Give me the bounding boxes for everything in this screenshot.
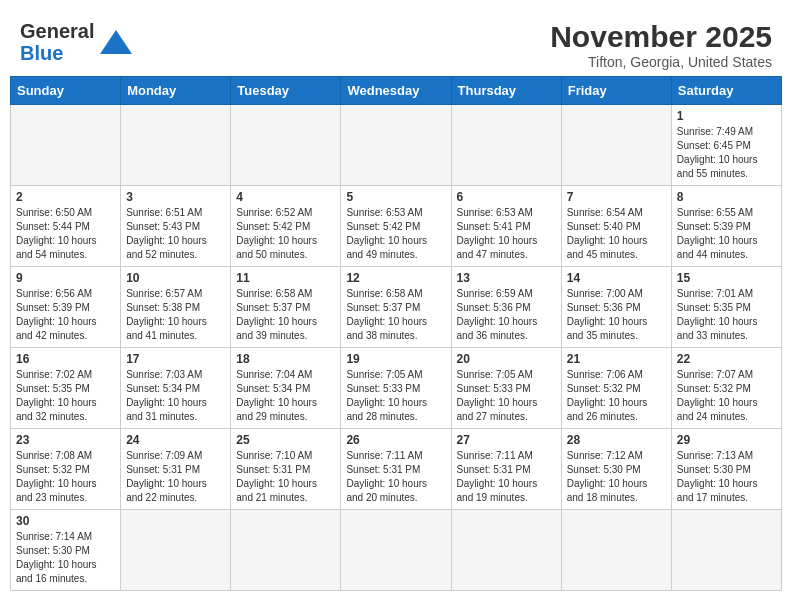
calendar-day-cell: 17Sunrise: 7:03 AM Sunset: 5:34 PM Dayli…: [121, 348, 231, 429]
day-number: 23: [16, 433, 115, 447]
day-info: Sunrise: 6:58 AM Sunset: 5:37 PM Dayligh…: [346, 287, 445, 343]
day-number: 12: [346, 271, 445, 285]
calendar-title-area: November 2025 Tifton, Georgia, United St…: [550, 20, 772, 70]
day-number: 29: [677, 433, 776, 447]
calendar-day-cell: [561, 105, 671, 186]
day-info: Sunrise: 6:57 AM Sunset: 5:38 PM Dayligh…: [126, 287, 225, 343]
day-number: 20: [457, 352, 556, 366]
calendar-day-cell: [451, 510, 561, 591]
day-number: 8: [677, 190, 776, 204]
day-info: Sunrise: 7:09 AM Sunset: 5:31 PM Dayligh…: [126, 449, 225, 505]
calendar-day-cell: 19Sunrise: 7:05 AM Sunset: 5:33 PM Dayli…: [341, 348, 451, 429]
calendar-day-cell: 28Sunrise: 7:12 AM Sunset: 5:30 PM Dayli…: [561, 429, 671, 510]
day-info: Sunrise: 7:04 AM Sunset: 5:34 PM Dayligh…: [236, 368, 335, 424]
day-number: 9: [16, 271, 115, 285]
day-info: Sunrise: 6:58 AM Sunset: 5:37 PM Dayligh…: [236, 287, 335, 343]
calendar-day-cell: 18Sunrise: 7:04 AM Sunset: 5:34 PM Dayli…: [231, 348, 341, 429]
day-info: Sunrise: 7:13 AM Sunset: 5:30 PM Dayligh…: [677, 449, 776, 505]
calendar-day-cell: [11, 105, 121, 186]
day-number: 14: [567, 271, 666, 285]
calendar-day-cell: 24Sunrise: 7:09 AM Sunset: 5:31 PM Dayli…: [121, 429, 231, 510]
calendar-day-cell: [121, 510, 231, 591]
calendar-day-cell: 20Sunrise: 7:05 AM Sunset: 5:33 PM Dayli…: [451, 348, 561, 429]
calendar-table: SundayMondayTuesdayWednesdayThursdayFrid…: [10, 76, 782, 591]
day-info: Sunrise: 6:50 AM Sunset: 5:44 PM Dayligh…: [16, 206, 115, 262]
calendar-day-cell: 9Sunrise: 6:56 AM Sunset: 5:39 PM Daylig…: [11, 267, 121, 348]
calendar-day-cell: 10Sunrise: 6:57 AM Sunset: 5:38 PM Dayli…: [121, 267, 231, 348]
day-info: Sunrise: 7:49 AM Sunset: 6:45 PM Dayligh…: [677, 125, 776, 181]
logo: General Blue: [20, 20, 134, 64]
day-info: Sunrise: 6:52 AM Sunset: 5:42 PM Dayligh…: [236, 206, 335, 262]
calendar-week-row: 16Sunrise: 7:02 AM Sunset: 5:35 PM Dayli…: [11, 348, 782, 429]
day-number: 16: [16, 352, 115, 366]
day-number: 7: [567, 190, 666, 204]
calendar-day-cell: [231, 510, 341, 591]
day-info: Sunrise: 7:02 AM Sunset: 5:35 PM Dayligh…: [16, 368, 115, 424]
day-info: Sunrise: 7:05 AM Sunset: 5:33 PM Dayligh…: [346, 368, 445, 424]
calendar-day-cell: 7Sunrise: 6:54 AM Sunset: 5:40 PM Daylig…: [561, 186, 671, 267]
day-info: Sunrise: 7:08 AM Sunset: 5:32 PM Dayligh…: [16, 449, 115, 505]
calendar-day-cell: 23Sunrise: 7:08 AM Sunset: 5:32 PM Dayli…: [11, 429, 121, 510]
page-header: General Blue November 2025 Tifton, Georg…: [10, 10, 782, 76]
weekday-header-sunday: Sunday: [11, 77, 121, 105]
day-info: Sunrise: 6:56 AM Sunset: 5:39 PM Dayligh…: [16, 287, 115, 343]
calendar-day-cell: 27Sunrise: 7:11 AM Sunset: 5:31 PM Dayli…: [451, 429, 561, 510]
calendar-day-cell: 30Sunrise: 7:14 AM Sunset: 5:30 PM Dayli…: [11, 510, 121, 591]
month-title: November 2025: [550, 20, 772, 54]
day-info: Sunrise: 6:51 AM Sunset: 5:43 PM Dayligh…: [126, 206, 225, 262]
calendar-week-row: 9Sunrise: 6:56 AM Sunset: 5:39 PM Daylig…: [11, 267, 782, 348]
day-number: 1: [677, 109, 776, 123]
calendar-day-cell: [121, 105, 231, 186]
day-number: 21: [567, 352, 666, 366]
calendar-day-cell: 12Sunrise: 6:58 AM Sunset: 5:37 PM Dayli…: [341, 267, 451, 348]
calendar-day-cell: [341, 510, 451, 591]
day-number: 4: [236, 190, 335, 204]
calendar-day-cell: 22Sunrise: 7:07 AM Sunset: 5:32 PM Dayli…: [671, 348, 781, 429]
day-info: Sunrise: 7:14 AM Sunset: 5:30 PM Dayligh…: [16, 530, 115, 586]
weekday-header-friday: Friday: [561, 77, 671, 105]
calendar-day-cell: 5Sunrise: 6:53 AM Sunset: 5:42 PM Daylig…: [341, 186, 451, 267]
calendar-week-row: 1Sunrise: 7:49 AM Sunset: 6:45 PM Daylig…: [11, 105, 782, 186]
weekday-header-row: SundayMondayTuesdayWednesdayThursdayFrid…: [11, 77, 782, 105]
day-info: Sunrise: 7:12 AM Sunset: 5:30 PM Dayligh…: [567, 449, 666, 505]
calendar-day-cell: 16Sunrise: 7:02 AM Sunset: 5:35 PM Dayli…: [11, 348, 121, 429]
calendar-day-cell: 21Sunrise: 7:06 AM Sunset: 5:32 PM Dayli…: [561, 348, 671, 429]
day-number: 2: [16, 190, 115, 204]
calendar-day-cell: 3Sunrise: 6:51 AM Sunset: 5:43 PM Daylig…: [121, 186, 231, 267]
day-info: Sunrise: 7:11 AM Sunset: 5:31 PM Dayligh…: [457, 449, 556, 505]
day-number: 6: [457, 190, 556, 204]
svg-marker-0: [100, 30, 132, 54]
day-number: 15: [677, 271, 776, 285]
day-number: 27: [457, 433, 556, 447]
day-info: Sunrise: 7:05 AM Sunset: 5:33 PM Dayligh…: [457, 368, 556, 424]
calendar-day-cell: 6Sunrise: 6:53 AM Sunset: 5:41 PM Daylig…: [451, 186, 561, 267]
day-number: 30: [16, 514, 115, 528]
calendar-day-cell: 13Sunrise: 6:59 AM Sunset: 5:36 PM Dayli…: [451, 267, 561, 348]
calendar-day-cell: 11Sunrise: 6:58 AM Sunset: 5:37 PM Dayli…: [231, 267, 341, 348]
logo-text: General Blue: [20, 20, 94, 64]
calendar-day-cell: [341, 105, 451, 186]
weekday-header-saturday: Saturday: [671, 77, 781, 105]
calendar-day-cell: [451, 105, 561, 186]
calendar-day-cell: 26Sunrise: 7:11 AM Sunset: 5:31 PM Dayli…: [341, 429, 451, 510]
calendar-day-cell: [671, 510, 781, 591]
day-info: Sunrise: 6:54 AM Sunset: 5:40 PM Dayligh…: [567, 206, 666, 262]
day-number: 19: [346, 352, 445, 366]
calendar-week-row: 30Sunrise: 7:14 AM Sunset: 5:30 PM Dayli…: [11, 510, 782, 591]
calendar-day-cell: 15Sunrise: 7:01 AM Sunset: 5:35 PM Dayli…: [671, 267, 781, 348]
calendar-day-cell: 14Sunrise: 7:00 AM Sunset: 5:36 PM Dayli…: [561, 267, 671, 348]
day-info: Sunrise: 7:00 AM Sunset: 5:36 PM Dayligh…: [567, 287, 666, 343]
day-number: 26: [346, 433, 445, 447]
day-info: Sunrise: 6:59 AM Sunset: 5:36 PM Dayligh…: [457, 287, 556, 343]
day-info: Sunrise: 7:11 AM Sunset: 5:31 PM Dayligh…: [346, 449, 445, 505]
day-number: 13: [457, 271, 556, 285]
weekday-header-wednesday: Wednesday: [341, 77, 451, 105]
day-info: Sunrise: 6:53 AM Sunset: 5:42 PM Dayligh…: [346, 206, 445, 262]
weekday-header-monday: Monday: [121, 77, 231, 105]
day-info: Sunrise: 6:53 AM Sunset: 5:41 PM Dayligh…: [457, 206, 556, 262]
day-number: 22: [677, 352, 776, 366]
calendar-day-cell: 29Sunrise: 7:13 AM Sunset: 5:30 PM Dayli…: [671, 429, 781, 510]
day-number: 3: [126, 190, 225, 204]
calendar-week-row: 2Sunrise: 6:50 AM Sunset: 5:44 PM Daylig…: [11, 186, 782, 267]
day-number: 28: [567, 433, 666, 447]
